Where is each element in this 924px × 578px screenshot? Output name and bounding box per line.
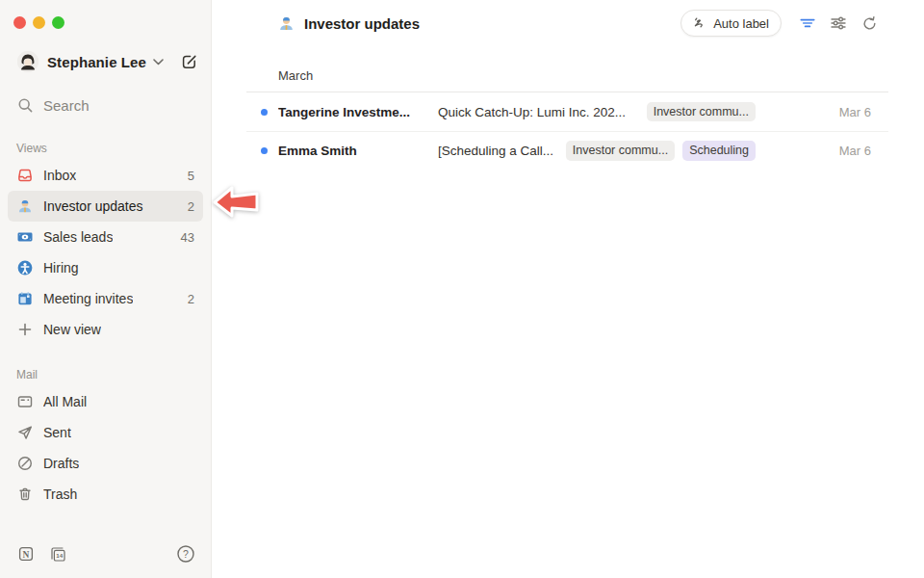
views-list: Inbox5Investor updates2Sales leads43Hiri… [8,160,203,345]
email-sender: Tangerine Investme... [278,105,438,119]
search-placeholder: Search [43,97,90,114]
unread-indicator-column [246,109,278,116]
email-tags: Investor commu... [647,102,756,122]
svg-text:N: N [23,550,30,560]
view-header: Investor updates Auto label [212,0,924,46]
email-tags: Investor commu...Scheduling [566,141,756,161]
unread-dot [261,109,268,116]
paper-plane-icon [16,424,34,441]
sidebar-item-meeting-invites[interactable]: Meeting invites2 [8,283,203,314]
chevron-down-icon [153,59,164,66]
unread-count-badge: 2 [188,199,194,214]
unread-indicator-column [246,147,278,154]
mail-list: All MailSentDraftsTrash [8,386,203,510]
investor-person-icon [277,14,295,33]
views-section-label: Views [16,142,211,155]
calendar-app-icon[interactable]: 14 [49,545,67,564]
sidebar-item-label: Trash [43,486,77,502]
email-date: Mar 6 [756,105,888,119]
search-input[interactable]: Search [17,93,193,117]
sidebar-item-label: Meeting invites [43,291,133,306]
zoom-window-button[interactable] [52,16,64,29]
sidebar-item-label: Sent [43,425,71,440]
close-window-button[interactable] [13,16,26,29]
help-icon[interactable]: ? [176,544,195,564]
page-title: Investor updates [304,15,420,32]
mail-section-label: Mail [16,368,211,381]
email-sender: Emma Smith [278,144,438,158]
label-tag-investor-commu[interactable]: Investor commu... [566,141,675,161]
draft-pencil-circle-icon [16,455,34,472]
sidebar-item-label: Hiring [43,260,79,276]
avatar [17,51,38,72]
window-controls [0,0,211,29]
sidebar: Stephanie Lee Search Views Inbox5Investo… [0,0,212,578]
date-group-header: March [246,46,888,92]
email-subject: [Scheduling a Call... [438,144,566,158]
auto-label-button[interactable]: Auto label [680,10,782,37]
sidebar-item-trash[interactable]: Trash [8,479,203,510]
sidebar-item-label: Inbox [43,168,76,183]
sidebar-item-inbox[interactable]: Inbox5 [8,160,203,191]
unread-dot [261,147,268,154]
user-name: Stephanie Lee [47,54,146,70]
sliders-icon[interactable] [826,11,851,36]
account-switcher[interactable]: Stephanie Lee [17,49,199,74]
label-tag-investor-commu[interactable]: Investor commu... [647,102,756,122]
all-mail-icon [16,393,34,410]
sidebar-item-sales-leads[interactable]: Sales leads43 [8,222,203,252]
inbox-tray-icon [16,167,34,184]
auto-label-wand-icon [691,15,707,32]
sidebar-item-sent[interactable]: Sent [8,417,203,448]
filter-icon[interactable] [795,11,820,36]
calendar-icon [16,290,34,307]
svg-text:?: ? [183,548,189,560]
sidebar-item-hiring[interactable]: Hiring [8,252,203,283]
sidebar-item-label: New view [43,322,101,337]
trash-icon [16,486,34,503]
sidebar-item-all-mail[interactable]: All Mail [8,386,203,417]
label-tag-scheduling[interactable]: Scheduling [682,141,756,161]
sidebar-item-label: Drafts [43,456,79,471]
plus-icon [16,321,34,338]
main-content: Investor updates Auto label [212,0,924,578]
sidebar-item-label: All Mail [43,394,87,409]
sidebar-item-drafts[interactable]: Drafts [8,448,203,479]
refresh-icon[interactable] [857,11,882,36]
email-row[interactable]: Emma Smith[Scheduling a Call...Investor … [246,131,888,170]
sidebar-item-label: Sales leads [43,229,113,245]
email-list: March Tangerine Investme...Quick Catch-U… [246,46,888,170]
person-circle-icon [16,259,34,276]
compose-icon[interactable] [180,52,199,71]
notion-logo-icon[interactable]: N [17,545,35,563]
banknote-icon [16,228,34,246]
email-date: Mar 6 [756,144,888,158]
unread-count-badge: 2 [188,292,194,306]
header-toolbar: Auto label [680,10,882,37]
unread-count-badge: 5 [188,169,194,183]
svg-text:14: 14 [56,552,63,559]
sidebar-item-label: Investor updates [43,198,143,214]
search-icon [17,97,34,114]
sidebar-item-new-view[interactable]: New view [8,314,203,345]
sidebar-footer: N 14 ? [0,544,211,578]
investor-person-icon [16,197,34,215]
unread-count-badge: 43 [181,230,194,245]
minimize-window-button[interactable] [33,16,45,29]
email-row[interactable]: Tangerine Investme...Quick Catch-Up: Lum… [246,92,888,131]
email-subject: Quick Catch-Up: Lumi Inc. 202... [438,105,647,119]
sidebar-item-investor-updates[interactable]: Investor updates2 [8,191,203,222]
